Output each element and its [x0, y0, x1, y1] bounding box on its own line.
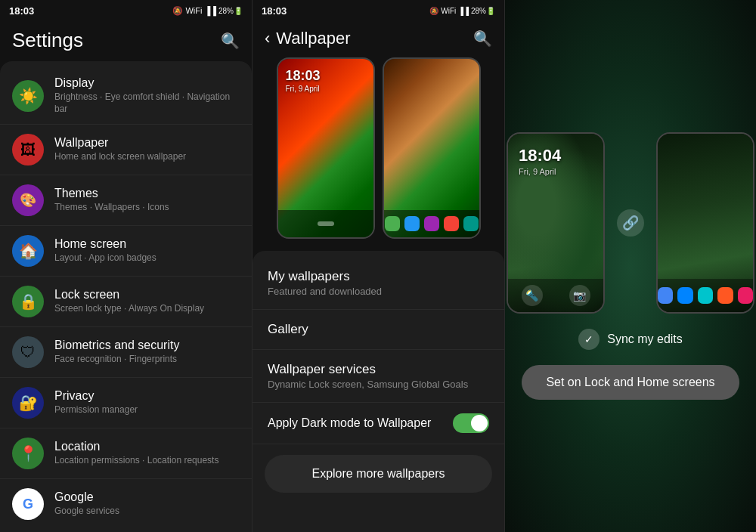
wallpaper-icon: 🖼: [12, 134, 44, 165]
biometrics-icon: 🛡: [12, 336, 44, 368]
display-title: Display: [54, 76, 240, 90]
wallpaper-header: ‹ Wallpaper 🔍: [253, 21, 504, 57]
google-subtitle: Google services: [54, 506, 240, 518]
home-title: Home screen: [54, 237, 240, 251]
sync-check-icon: ✓: [578, 329, 600, 350]
preview-phone-home[interactable]: [383, 57, 481, 239]
home-icon: 🏠: [12, 235, 44, 267]
settings-item-google[interactable]: G Google Google services: [0, 479, 252, 529]
home-text: Home screen Layout · App icon badges: [54, 237, 240, 264]
settings-item-display[interactable]: ☀️ Display Brightness · Eye comfort shie…: [0, 67, 252, 125]
privacy-subtitle: Permission manager: [54, 404, 240, 416]
preview-lock-time: 18:03: [286, 68, 321, 84]
preview-large-home[interactable]: [656, 132, 754, 314]
preview-app-5: [463, 216, 479, 231]
google-icon: G: [12, 488, 44, 520]
preview-large-date: Fri, 9 April: [519, 167, 556, 176]
settings-header: Settings 🔍: [0, 21, 252, 61]
settings-panel: 18:03 🔕WiFi▐▐🔕 📶 📶 28% 28%🔋 Settings 🔍 ☀…: [0, 0, 252, 532]
home-screen-bg: [658, 134, 753, 312]
wallpaper-option-gallery[interactable]: Gallery: [253, 310, 504, 350]
settings-item-biometrics[interactable]: 🛡 Biometrics and security Face recogniti…: [0, 327, 252, 378]
sync-row: ✓ Sync my edits: [578, 329, 683, 350]
preview-camera-icon: 📷: [569, 285, 590, 306]
status-icons-1: 🔕WiFi▐▐🔕 📶 📶 28% 28%🔋: [172, 6, 243, 16]
display-text: Display Brightness · Eye comfort shield …: [54, 76, 240, 115]
explore-wallpapers-button[interactable]: Explore more wallpapers: [265, 455, 492, 493]
preview-app-4: [444, 216, 459, 231]
themes-title: Themes: [54, 187, 240, 200]
search-icon-settings[interactable]: 🔍: [221, 32, 240, 50]
status-time-2: 18:03: [262, 5, 287, 17]
status-time-1: 18:03: [9, 5, 34, 17]
set-screens-button[interactable]: Set on Lock and Home screens: [522, 365, 739, 400]
home-app-3: [698, 287, 713, 304]
home-app-4: [717, 287, 733, 304]
preview-home-bottom-bar: [384, 210, 479, 237]
back-icon[interactable]: ‹: [265, 29, 270, 48]
dark-mode-label: Apply Dark mode to Wallpaper: [268, 416, 431, 430]
preview-nav-back: [318, 221, 334, 226]
preview-home-bottom-bar: [658, 279, 753, 312]
dark-mode-toggle[interactable]: [453, 413, 489, 433]
preview-lock-date: Fri, 9 April: [286, 85, 320, 93]
home-app-5: [738, 287, 753, 304]
settings-item-privacy[interactable]: 🔐 Privacy Permission manager: [0, 378, 252, 428]
wallpaper-option-my[interactable]: My wallpapers Featured and downloaded: [253, 257, 504, 310]
preview-large-time: 18:04: [519, 146, 561, 165]
toggle-thumb: [471, 415, 488, 431]
location-text: Location Location permissions · Location…: [54, 440, 240, 467]
themes-subtitle: Themes · Wallpapers · Icons: [54, 202, 240, 214]
display-subtitle: Brightness · Eye comfort shield · Naviga…: [54, 91, 240, 115]
preview-app-2: [404, 216, 420, 231]
status-bar-2: 18:03 🔕 WiFi ▐▐ 28%🔋: [253, 0, 504, 21]
my-wallpapers-title: My wallpapers: [268, 269, 489, 284]
settings-list: ☀️ Display Brightness · Eye comfort shie…: [0, 61, 252, 532]
location-title: Location: [54, 440, 240, 453]
link-icon: 🔗: [617, 209, 644, 237]
preview-phones-row: 18:04 Fri, 9 April 🔦 📷 🔗: [507, 132, 754, 314]
wallpaper-panel-title: Wallpaper: [276, 29, 350, 48]
wallpaper-subtitle: Home and lock screen wallpaper: [54, 151, 240, 163]
settings-item-location[interactable]: 📍 Location Location permissions · Locati…: [0, 428, 252, 479]
biometrics-title: Biometrics and security: [54, 339, 240, 352]
settings-item-lock[interactable]: 🔒 Lock screen Screen lock type · Always …: [0, 277, 252, 327]
privacy-icon: 🔐: [12, 387, 44, 419]
preview-app-1: [385, 216, 400, 231]
settings-item-wallpaper[interactable]: 🖼 Wallpaper Home and lock screen wallpap…: [0, 125, 252, 175]
preview-large-lock[interactable]: 18:04 Fri, 9 April 🔦 📷: [507, 132, 605, 314]
preview-home-screen-bg: [384, 59, 479, 237]
location-subtitle: Location permissions · Location requests: [54, 455, 240, 467]
settings-item-home[interactable]: 🏠 Home screen Layout · App icon badges: [0, 226, 252, 277]
my-wallpapers-subtitle: Featured and downloaded: [268, 286, 489, 297]
home-subtitle: Layout · App icon badges: [54, 252, 240, 264]
preview-lock-bottom-bar: [278, 210, 373, 237]
services-subtitle: Dynamic Lock screen, Samsung Global Goal…: [268, 379, 489, 390]
status-icons-2: 🔕 WiFi ▐▐ 28%🔋: [429, 7, 495, 15]
gallery-title: Gallery: [268, 322, 489, 337]
wallpaper-option-services[interactable]: Wallpaper services Dynamic Lock screen, …: [253, 350, 504, 403]
settings-item-themes[interactable]: 🎨 Themes Themes · Wallpapers · Icons: [0, 175, 252, 226]
search-icon-wallpaper[interactable]: 🔍: [473, 29, 492, 48]
wallpaper-options-list: My wallpapers Featured and downloaded Ga…: [253, 251, 504, 532]
google-text: Google Google services: [54, 490, 240, 518]
sync-label: Sync my edits: [607, 332, 683, 346]
status-bar-1: 18:03 🔕WiFi▐▐🔕 📶 📶 28% 28%🔋: [0, 0, 252, 21]
themes-icon: 🎨: [12, 184, 44, 216]
display-icon: ☀️: [12, 80, 44, 112]
services-title: Wallpaper services: [268, 362, 489, 377]
home-app-google: [658, 287, 673, 304]
google-title: Google: [54, 490, 240, 504]
wallpaper-previews: 18:03 Fri, 9 April: [253, 57, 504, 251]
wallpaper-back[interactable]: ‹ Wallpaper: [265, 29, 351, 48]
link-icon-container: 🔗: [617, 209, 644, 237]
settings-title: Settings: [12, 29, 83, 52]
themes-text: Themes Themes · Wallpapers · Icons: [54, 187, 240, 214]
privacy-text: Privacy Permission manager: [54, 389, 240, 416]
preview-phone-lock[interactable]: 18:03 Fri, 9 April: [277, 57, 375, 239]
lock-text: Lock screen Screen lock type · Always On…: [54, 288, 240, 315]
biometrics-text: Biometrics and security Face recognition…: [54, 339, 240, 366]
biometrics-subtitle: Face recognition · Fingerprints: [54, 354, 240, 366]
wallpaper-text: Wallpaper Home and lock screen wallpaper: [54, 136, 240, 163]
wallpaper-title-item: Wallpaper: [54, 136, 240, 150]
